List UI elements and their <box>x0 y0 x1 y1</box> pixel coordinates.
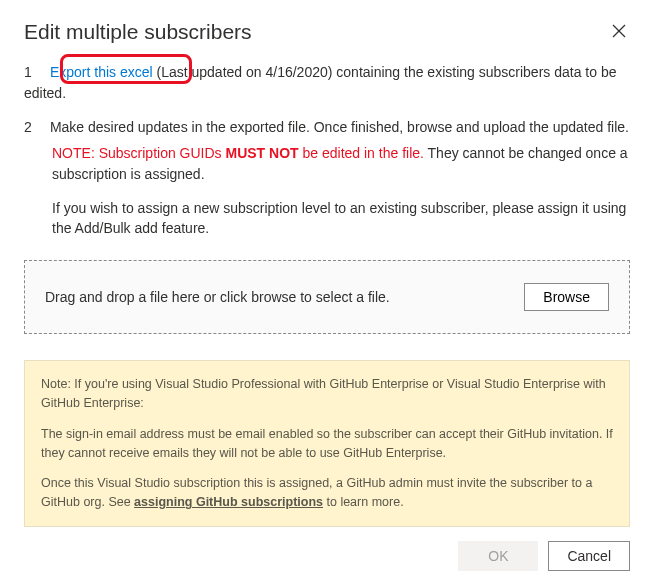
dialog-header: Edit multiple subscribers <box>24 20 630 44</box>
info-line-2: The sign-in email address must be email … <box>41 425 613 463</box>
note-prefix: NOTE: Subscription GUIDs <box>52 145 226 161</box>
step-2-note: NOTE: Subscription GUIDs MUST NOT be edi… <box>24 143 630 184</box>
note-suffix: be edited in the file. <box>299 145 424 161</box>
step-1: 1 Export this excel (Last updated on 4/1… <box>24 62 630 103</box>
dialog-footer: OK Cancel <box>24 541 630 571</box>
close-button[interactable] <box>608 20 630 44</box>
assign-tip: If you wish to assign a new subscription… <box>24 198 630 239</box>
step-2-number: 2 <box>24 117 46 137</box>
note-bold: MUST NOT <box>226 145 299 161</box>
info-line-3-after: to learn more. <box>323 495 404 509</box>
dropzone-text: Drag and drop a file here or click brows… <box>45 289 390 305</box>
step-1-number: 1 <box>24 62 46 82</box>
info-line-1: Note: If you're using Visual Studio Prof… <box>41 375 613 413</box>
dialog-title: Edit multiple subscribers <box>24 20 252 44</box>
cancel-button[interactable]: Cancel <box>548 541 630 571</box>
file-dropzone[interactable]: Drag and drop a file here or click brows… <box>24 260 630 334</box>
info-line-3: Once this Visual Studio subscription thi… <box>41 474 613 512</box>
close-icon <box>612 26 626 41</box>
step-2-body: Make desired updates in the exported fil… <box>50 119 629 135</box>
assigning-github-subscriptions-link[interactable]: assigning GitHub subscriptions <box>134 495 323 509</box>
edit-multiple-subscribers-dialog: Edit multiple subscribers 1 Export this … <box>0 0 654 580</box>
github-info-panel: Note: If you're using Visual Studio Prof… <box>24 360 630 527</box>
step-2: 2 Make desired updates in the exported f… <box>24 117 630 238</box>
ok-button: OK <box>458 541 538 571</box>
export-excel-link[interactable]: Export this excel <box>50 64 153 80</box>
browse-button[interactable]: Browse <box>524 283 609 311</box>
